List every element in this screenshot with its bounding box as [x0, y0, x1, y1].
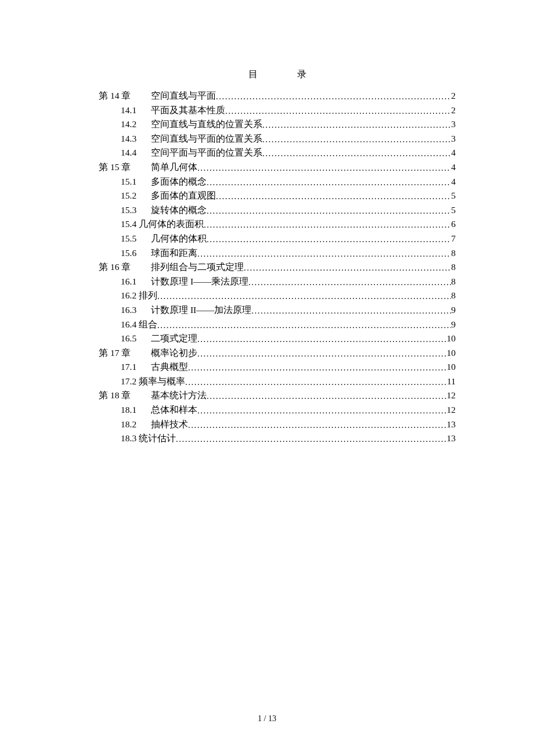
toc-entry[interactable]: 15.3旋转体的概念5 [99, 203, 456, 218]
toc-leader-dots [207, 390, 447, 404]
toc-entry-label: 15.1 [121, 175, 151, 189]
toc-entry-page: 2 [451, 89, 456, 103]
toc-entry-label: 15.6 [121, 246, 151, 260]
toc-entry[interactable]: 15.4 几何体的表面积6 [99, 217, 456, 232]
toc-entry[interactable]: 16.5二项式定理10 [99, 332, 456, 346]
toc-entry-label: 16.4 组合 [121, 318, 157, 332]
toc-leader-dots [207, 176, 451, 190]
toc-leader-dots [244, 261, 451, 275]
toc-entry[interactable]: 第 18 章基本统计方法12 [99, 388, 456, 403]
footer-total-pages: 13 [268, 714, 276, 723]
heading-char-2: 录 [297, 69, 306, 79]
toc-entry[interactable]: 第 15 章简单几何体4 [99, 160, 456, 175]
toc-entry-label: 15.5 [121, 232, 151, 246]
toc-entry-label: 15.4 几何体的表面积 [121, 217, 204, 231]
toc-leader-dots [216, 90, 451, 104]
toc-entry-page: 3 [451, 117, 456, 131]
toc-entry[interactable]: 第 17 章概率论初步10 [99, 346, 456, 361]
toc-entry[interactable]: 18.3 统计估计 13 [99, 431, 456, 446]
toc-entry-title: 空间直线与平面 [151, 89, 216, 103]
toc-entry[interactable]: 14.3空间直线与平面的位置关系3 [99, 132, 456, 146]
toc-entry-label: 14.4 [121, 146, 151, 160]
toc-entry-label: 18.2 [121, 417, 151, 431]
toc-entry-title: 多面体的概念 [151, 175, 207, 189]
toc-entry-title: 二项式定理 [151, 332, 197, 345]
toc-entry-label: 16.3 [121, 303, 151, 317]
toc-entry-page: 12 [447, 403, 456, 417]
toc-entry[interactable]: 18.1总体和样本12 [99, 403, 456, 417]
toc-leader-dots [225, 105, 451, 118]
toc-entry-page: 4 [451, 146, 456, 160]
toc-entry-page: 6 [451, 217, 456, 231]
toc-entry-title: 旋转体的概念 [151, 203, 207, 217]
toc-entry-title: 计数原理 II——加法原理 [151, 303, 251, 317]
toc-entry-title: 计数原理 I——乘法原理 [151, 275, 248, 289]
toc-entry[interactable]: 16.3计数原理 II——加法原理 9 [99, 303, 456, 318]
toc-leader-dots [207, 204, 451, 218]
toc-entry-page: 10 [447, 346, 456, 360]
toc-entry[interactable]: 第 16 章排列组合与二项式定理8 [99, 260, 456, 275]
toc-entry-label: 14.3 [121, 132, 151, 146]
toc-entry-page: 13 [447, 417, 456, 431]
toc-leader-dots [262, 147, 451, 161]
toc-entry-title: 空间直线与直线的位置关系 [151, 117, 262, 131]
toc-entry[interactable]: 第 14 章空间直线与平面2 [99, 89, 456, 103]
toc-entry-page: 12 [447, 388, 456, 402]
toc-entry[interactable]: 15.1多面体的概念4 [99, 175, 456, 189]
page-content: 目 录 第 14 章空间直线与平面214.1平面及其基本性质214.2空间直线与… [0, 0, 534, 446]
toc-entry-page: 5 [451, 189, 456, 203]
toc-entry-label: 18.3 统计估计 [121, 431, 176, 445]
toc-leader-dots [188, 419, 447, 433]
toc-entry-page: 9 [451, 303, 456, 317]
toc-entry-page: 4 [451, 160, 456, 174]
toc-entry-page: 10 [447, 332, 456, 345]
toc-leader-dots [188, 361, 447, 375]
toc-entry-page: 7 [451, 232, 456, 246]
table-of-contents: 第 14 章空间直线与平面214.1平面及其基本性质214.2空间直线与直线的位… [99, 89, 456, 446]
toc-entry-title: 球面和距离 [151, 246, 197, 260]
toc-entry[interactable]: 16.2 排列8 [99, 289, 456, 303]
toc-entry-title: 多面体的直观图 [151, 189, 216, 203]
toc-entry-title: 几何体的体积 [151, 232, 207, 246]
toc-entry-title: 总体和样本 [151, 403, 197, 417]
toc-entry[interactable]: 15.5几何体的体积7 [99, 232, 456, 246]
toc-entry[interactable]: 14.2空间直线与直线的位置关系3 [99, 117, 456, 132]
toc-entry[interactable]: 15.6球面和距离8 [99, 246, 456, 261]
toc-entry-title: 基本统计方法 [151, 388, 207, 402]
toc-leader-dots [176, 433, 447, 447]
page-footer: 1 / 13 [0, 714, 534, 723]
toc-entry-page: 8 [451, 289, 456, 303]
toc-entry-label: 15.2 [121, 189, 151, 203]
toc-entry[interactable]: 17.1古典概型10 [99, 360, 456, 375]
toc-entry-label: 第 16 章 [99, 260, 151, 274]
toc-entry-label: 第 18 章 [99, 388, 151, 402]
toc-entry[interactable]: 16.4 组合9 [99, 318, 456, 332]
toc-entry-label: 16.2 排列 [121, 289, 157, 303]
toc-entry-page: 3 [451, 132, 456, 146]
toc-entry[interactable]: 14.1平面及其基本性质2 [99, 103, 456, 118]
toc-entry[interactable]: 18.2抽样技术13 [99, 417, 456, 432]
toc-entry-page: 10 [447, 360, 456, 374]
toc-entry-label: 14.1 [121, 103, 151, 117]
toc-entry[interactable]: 15.2多面体的直观图5 [99, 189, 456, 203]
toc-entry-label: 14.2 [121, 117, 151, 131]
toc-leader-dots [197, 404, 447, 418]
footer-current-page: 1 [258, 714, 262, 723]
toc-entry-title: 概率论初步 [151, 346, 197, 360]
toc-entry[interactable]: 16.1计数原理 I——乘法原理 8 [99, 275, 456, 289]
toc-entry[interactable]: 14.4空间平面与平面的位置关系4 [99, 146, 456, 160]
toc-entry-label: 16.5 [121, 332, 151, 345]
toc-entry-label: 18.1 [121, 403, 151, 417]
toc-entry-title: 抽样技术 [151, 417, 188, 431]
toc-leader-dots [251, 304, 451, 318]
toc-entry-title: 空间平面与平面的位置关系 [151, 146, 262, 160]
toc-heading: 目 录 [99, 69, 456, 81]
footer-separator: / [262, 714, 268, 723]
toc-leader-dots [197, 161, 451, 175]
toc-leader-dots [204, 218, 451, 232]
heading-char-1: 目 [248, 69, 258, 79]
toc-entry-page: 13 [447, 431, 456, 445]
toc-leader-dots [157, 290, 451, 304]
toc-entry-title: 排列组合与二项式定理 [151, 260, 244, 274]
toc-entry[interactable]: 17.2 频率与概率 11 [99, 375, 456, 389]
